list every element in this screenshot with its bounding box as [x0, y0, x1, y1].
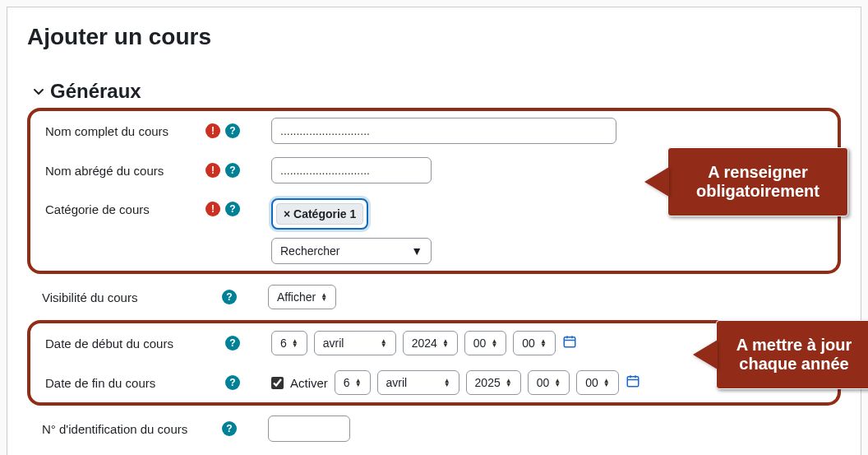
startdate-day[interactable]: 6▲▼ [271, 331, 307, 355]
required-icon: ! [205, 163, 220, 178]
required-icon: ! [205, 202, 220, 216]
category-chip[interactable]: × Catégorie 1 [276, 203, 363, 225]
calendar-icon[interactable] [562, 334, 577, 353]
help-icon[interactable]: ? [225, 202, 240, 216]
updown-icon: ▲▼ [491, 339, 497, 347]
visibility-select[interactable]: Afficher ▲▼ [268, 285, 336, 309]
enddate-label: Date de fin du cours [45, 376, 155, 390]
section-header[interactable]: Généraux [32, 80, 841, 103]
visibility-row: Visibilité du cours ? Afficher ▲▼ [27, 277, 841, 317]
required-icon: ! [205, 123, 220, 138]
updown-icon: ▲▼ [321, 293, 327, 301]
page-title: Ajouter un cours [27, 24, 841, 50]
startdate-minute[interactable]: 00▲▼ [513, 331, 556, 355]
fullname-input[interactable] [271, 118, 616, 144]
dropdown-icon: ▼ [411, 244, 422, 258]
enddate-hour[interactable]: 00▲▼ [528, 370, 570, 395]
updown-icon: ▲▼ [442, 339, 449, 347]
calendar-icon[interactable] [626, 374, 640, 392]
startdate-label: Date de début du cours [45, 337, 173, 351]
help-icon[interactable]: ? [222, 421, 237, 436]
category-search-placeholder: Rechercher [280, 244, 339, 258]
category-search[interactable]: Rechercher ▼ [271, 238, 432, 264]
startdate-year[interactable]: 2024▲▼ [403, 331, 458, 355]
updown-icon: ▲▼ [540, 339, 547, 347]
updown-icon: ▲▼ [444, 378, 450, 387]
idnumber-row: N° d'identification du cours ? [27, 409, 841, 448]
category-label: Catégorie de cours [45, 202, 150, 216]
chevron-down-icon [32, 85, 45, 98]
visibility-label: Visibilité du cours [42, 290, 137, 304]
enddate-day[interactable]: 6▲▼ [335, 370, 371, 395]
startdate-month[interactable]: avril▲▼ [314, 331, 396, 355]
callout-yearly: A mettre à jour chaque année [716, 320, 868, 389]
page-container: Ajouter un cours Généraux Nom complet du… [7, 7, 861, 455]
svg-rect-0 [564, 337, 575, 346]
updown-icon: ▲▼ [603, 378, 610, 387]
category-selected-region[interactable]: × Catégorie 1 [271, 198, 368, 230]
enddate-enable-label: Activer [290, 376, 328, 390]
fullname-row: Nom complet du cours ! ? [30, 111, 838, 151]
startdate-hour[interactable]: 00▲▼ [464, 331, 507, 355]
updown-icon: ▲▼ [381, 339, 387, 347]
idnumber-input[interactable] [268, 416, 350, 442]
enddate-enable-checkbox[interactable] [271, 377, 284, 389]
idnumber-label: N° d'identification du cours [42, 422, 187, 436]
svg-rect-4 [627, 376, 639, 386]
shortname-label: Nom abrégé du cours [45, 164, 164, 178]
section-title: Généraux [50, 80, 141, 103]
callout-yearly-wrapper: A mettre à jour chaque année [693, 320, 868, 389]
help-icon[interactable]: ? [225, 123, 240, 138]
updown-icon: ▲▼ [355, 378, 362, 387]
help-icon[interactable]: ? [225, 375, 240, 390]
enddate-minute[interactable]: 00▲▼ [576, 370, 619, 395]
help-icon[interactable]: ? [222, 290, 237, 304]
arrow-left-icon [644, 167, 669, 197]
enddate-year[interactable]: 2025▲▼ [466, 370, 521, 395]
callout-mandatory-wrapper: A renseigner obligatoirement [644, 147, 848, 216]
callout-mandatory: A renseigner obligatoirement [667, 147, 848, 216]
enddate-month[interactable]: avril▲▼ [377, 370, 459, 395]
help-icon[interactable]: ? [225, 163, 240, 178]
arrow-left-icon [693, 340, 718, 369]
shortname-input[interactable] [271, 157, 432, 183]
updown-icon: ▲▼ [506, 378, 512, 387]
visibility-value: Afficher [277, 290, 316, 304]
help-icon[interactable]: ? [225, 336, 240, 351]
updown-icon: ▲▼ [554, 378, 561, 387]
updown-icon: ▲▼ [292, 339, 298, 347]
fullname-label: Nom complet du cours [45, 124, 169, 138]
